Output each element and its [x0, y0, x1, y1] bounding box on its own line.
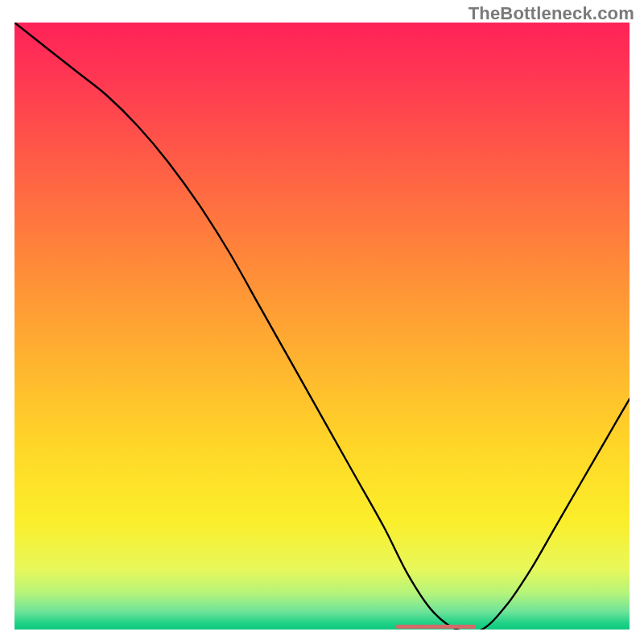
chart-frame: TheBottleneck.com: [0, 0, 644, 644]
watermark-text: TheBottleneck.com: [469, 3, 634, 24]
optimal-range-marker: [396, 625, 476, 629]
curve-path: [14, 23, 630, 630]
plot-area: [14, 23, 630, 630]
line-series: [14, 23, 630, 630]
